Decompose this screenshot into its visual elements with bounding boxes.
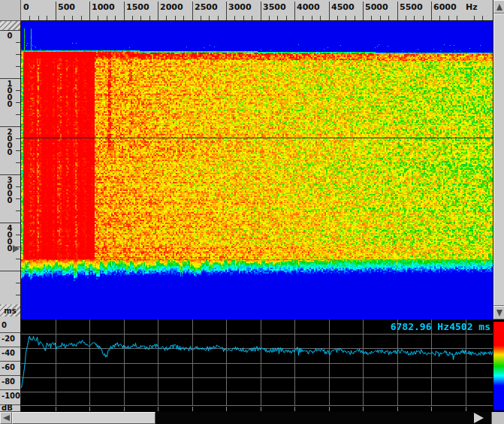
ruler-minor-tick	[16, 198, 20, 199]
ruler-tick-label: 0	[23, 2, 29, 12]
time-unit-label: ms	[4, 307, 16, 315]
ruler-minor-tick	[482, 16, 483, 20]
ruler-minor-tick	[371, 16, 372, 20]
ruler-minor-tick	[47, 16, 47, 20]
ruler-minor-tick	[337, 16, 338, 20]
ruler-minor-tick	[16, 114, 20, 115]
ruler-major-tick	[226, 2, 227, 20]
ruler-major-tick	[0, 78, 21, 79]
ruler-minor-tick	[115, 16, 116, 20]
scroll-left-icon	[3, 415, 10, 421]
ruler-tick-label: 1000	[92, 2, 115, 12]
ruler-major-tick	[329, 2, 330, 20]
ruler-minor-tick	[448, 16, 449, 20]
ruler-minor-tick	[140, 16, 141, 20]
spectrum-panel[interactable]: 6782.96 Hz 4502 ms	[21, 320, 493, 412]
db-tick-label: -20	[0, 333, 21, 347]
ruler-major-tick	[363, 2, 364, 20]
ruler-minor-tick	[201, 16, 201, 20]
ruler-major-tick	[397, 2, 398, 20]
ruler-minor-tick	[16, 210, 20, 211]
ruler-major-tick	[124, 2, 125, 20]
scroll-up-icon	[496, 4, 502, 11]
ruler-tick-label: 6000	[433, 2, 457, 12]
color-scale-gradient	[493, 322, 504, 410]
ruler-minor-tick	[132, 16, 133, 20]
ruler-tick-label: 5000	[365, 2, 388, 12]
vertical-scrollbar[interactable]	[493, 0, 504, 320]
ruler-minor-tick	[16, 283, 20, 283]
ruler-minor-tick	[16, 259, 20, 259]
scroll-left-button[interactable]	[0, 412, 12, 424]
ruler-minor-tick	[16, 138, 20, 139]
ruler-tick-label: 500	[58, 2, 75, 12]
scroll-right-icon[interactable]	[474, 413, 484, 423]
ruler-minor-tick	[320, 16, 321, 20]
ruler-minor-tick	[16, 42, 20, 43]
ruler-tick-label: 2000	[6, 129, 14, 156]
top-left-corner	[0, 0, 21, 21]
ruler-major-tick	[0, 30, 21, 31]
ruler-minor-tick	[98, 16, 98, 20]
ruler-minor-tick	[16, 295, 20, 295]
ruler-tick-label: 4500	[331, 2, 355, 12]
ruler-minor-tick	[439, 16, 440, 20]
scroll-down-icon	[496, 310, 502, 316]
ruler-minor-tick	[303, 16, 303, 20]
ruler-minor-tick	[209, 16, 210, 20]
ruler-major-tick	[431, 2, 432, 20]
ruler-minor-tick	[16, 186, 20, 187]
ruler-major-tick	[89, 2, 90, 20]
horizontal-scrollbar-thumb[interactable]	[12, 412, 155, 424]
bottom-right-corner	[491, 412, 504, 424]
scroll-up-button[interactable]	[493, 0, 504, 14]
db-tick-label: -40	[0, 347, 21, 362]
ruler-minor-tick	[16, 54, 20, 55]
ruler-tick-label: 3000	[228, 2, 252, 12]
cursor-time-readout: 4502 ms	[427, 321, 490, 332]
frequency-unit-label: Hz	[466, 2, 478, 12]
ruler-minor-tick	[380, 16, 381, 20]
spectrogram-window: Hz 0500100015002000250030003500400045005…	[0, 0, 504, 424]
scroll-down-button[interactable]	[493, 306, 504, 320]
ruler-tick-label: 4000	[297, 2, 320, 12]
ruler-corner-hatch	[0, 21, 20, 30]
db-tick-label: -80	[0, 376, 21, 390]
db-tick-label: -100	[0, 390, 21, 405]
ruler-minor-tick	[218, 16, 219, 20]
ruler-major-tick	[0, 223, 21, 223]
ruler-minor-tick	[149, 16, 150, 20]
spectrum-canvas[interactable]	[21, 320, 493, 412]
ruler-tick-label: 1000	[6, 80, 14, 108]
ruler-tick-label: 5500	[400, 2, 423, 12]
ruler-minor-tick	[346, 16, 346, 20]
ruler-minor-tick	[388, 16, 389, 20]
horizontal-scrollbar-trough[interactable]	[155, 412, 491, 424]
ruler-minor-tick	[286, 16, 287, 20]
ruler-tick-label: 0	[6, 32, 14, 39]
ruler-minor-tick	[16, 162, 20, 163]
ruler-minor-tick	[16, 90, 20, 91]
ruler-minor-tick	[64, 16, 65, 20]
ruler-minor-tick	[175, 16, 176, 20]
ruler-tick-label: 4000	[6, 225, 14, 252]
ruler-minor-tick	[414, 16, 415, 20]
ruler-minor-tick	[457, 16, 457, 20]
ruler-minor-tick	[16, 247, 20, 247]
ruler-tick-label: 2000	[160, 2, 183, 12]
ruler-minor-tick	[277, 16, 278, 20]
ruler-minor-tick	[16, 235, 20, 235]
ruler-major-tick	[0, 271, 21, 271]
ruler-major-tick	[294, 2, 295, 20]
spectrogram-canvas[interactable]	[21, 21, 493, 320]
ruler-minor-tick	[72, 16, 73, 20]
ruler-minor-tick	[355, 16, 355, 20]
ruler-minor-tick	[252, 16, 252, 20]
horizontal-scrollbar[interactable]	[0, 412, 504, 424]
vertical-scrollbar-thumb[interactable]	[493, 14, 504, 306]
db-tick-label: 0	[0, 320, 21, 333]
ruler-major-tick	[192, 2, 193, 20]
ruler-minor-tick	[312, 16, 312, 20]
ruler-minor-tick	[16, 150, 20, 151]
ruler-minor-tick	[107, 16, 107, 20]
